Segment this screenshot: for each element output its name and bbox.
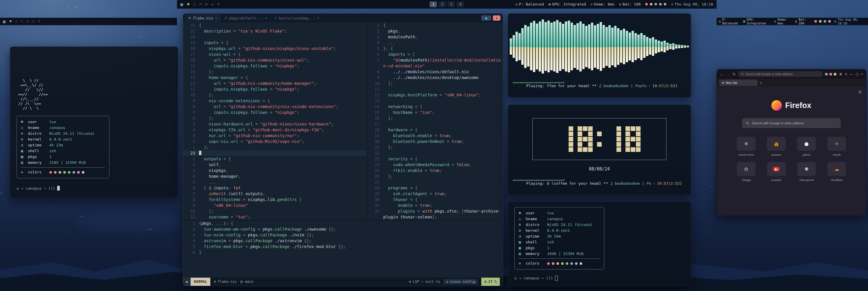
tab-pkgs-default[interactable]: ❄ pkgs/default... ×: [221, 13, 271, 22]
tray-icon[interactable]: [645, 3, 648, 5]
workspace-button-3[interactable]: 3: [447, 1, 455, 7]
line-number: 6: [367, 51, 383, 57]
star: [180, 147, 181, 148]
tray-icon[interactable]: [814, 20, 817, 23]
search-icon: [741, 72, 744, 76]
app-launcher-icon[interactable]: ▦: [3, 19, 5, 24]
tray-icon[interactable]: [664, 3, 666, 5]
visualizer-bar: [626, 17, 628, 77]
tab-close-icon[interactable]: ×: [265, 16, 267, 20]
tag-icon[interactable]: ⚙: [27, 20, 29, 23]
back-button[interactable]: ←: [720, 72, 723, 77]
fetch-label: shell: [28, 148, 49, 154]
tag-icon[interactable]: ↯: [38, 20, 40, 23]
url-bar[interactable]: Search with Google or enter address: [738, 71, 823, 77]
code-line: n-cd-minimal.nix": [367, 63, 503, 69]
shortcut-tile-chat.openai[interactable]: ❋chat.openai: [796, 162, 817, 181]
tab-hosts-isoimage[interactable]: ❄ hosts/isoImag... ×: [271, 13, 323, 22]
shortcut-label: claude: [833, 153, 841, 156]
fetch-row: ⚙kernel6.9.8-zen1: [21, 137, 105, 142]
minimize-button[interactable]: —: [850, 72, 853, 76]
workspace-button-1[interactable]: 1: [430, 1, 437, 7]
reload-button[interactable]: ↻: [733, 72, 736, 77]
tray-icon[interactable]: [828, 20, 831, 23]
app-launcher-icon[interactable]: ▦: [181, 2, 183, 7]
forward-button[interactable]: →: [726, 72, 730, 77]
search-placeholder: Search with Google or enter address: [752, 121, 804, 125]
newtab-search-bar[interactable]: Search with Google or enter address: [742, 118, 841, 128]
workspace-button-2[interactable]: 2: [439, 1, 446, 7]
extensions-icon[interactable]: ❖: [839, 72, 842, 77]
gear-icon[interactable]: ⚙: [858, 90, 862, 94]
tag-icon[interactable]: ⌨: [199, 2, 202, 6]
code-line: 5 ...: [183, 179, 367, 185]
shortcut-tile-amazon[interactable]: aamazon: [766, 137, 787, 156]
code-line: 10 ];: [183, 208, 367, 214]
fetch-label: colors: [526, 261, 547, 266]
tray-icon[interactable]: [650, 3, 652, 5]
tab-close-icon[interactable]: ×: [215, 16, 217, 20]
visualizer-bar: [553, 17, 556, 77]
statusline-lsp: ⚙ LSP ~ null-ls: [409, 280, 440, 284]
tag-icon[interactable]: ♫: [16, 20, 18, 23]
star: [326, 11, 326, 11]
fetch-terminal-window[interactable]: ☻usertux⌂hnamecanopus❄distroNixOS 24.11 …: [508, 202, 691, 286]
tag-icon[interactable]: ☻: [9, 20, 11, 23]
editor-pane-iso[interactable]: 1{2 pkgs,3 modulesPath,4 ...5}: {6 impor…: [367, 22, 503, 220]
tag-icon[interactable]: ♫: [193, 2, 195, 6]
line-number: 19: [367, 133, 383, 139]
visualizer-bar: [663, 17, 666, 77]
shell-prompt[interactable]: ⌂ → canopus ~ ))): [17, 186, 172, 191]
fetch-colors-row: ❖colors: [21, 169, 105, 175]
star: [50, 207, 50, 208]
memory-icon: ▤: [21, 160, 28, 166]
tray-icon[interactable]: [819, 20, 822, 23]
tag-icon[interactable]: ⚙: [206, 2, 208, 6]
tab-close-icon[interactable]: ×: [317, 16, 319, 20]
terminal-color-dot: [566, 262, 568, 265]
visualizer-bar: [597, 17, 599, 77]
star: [76, 7, 77, 8]
code-line: 11 inputs.nixpkgs.follows = "nixpkgs";: [183, 86, 367, 92]
extension-icon[interactable]: [825, 73, 828, 76]
statusline-filename: ❄ flake.nix: [214, 280, 237, 284]
tag-icon[interactable]: ☻: [187, 2, 189, 6]
new-tab-button[interactable]: +: [760, 81, 762, 85]
code-line: 21 description = "tux's NixOS Flake";: [183, 28, 367, 34]
fetch-row: ▦pkgs1: [21, 154, 105, 160]
tag-icon[interactable]: ↯: [217, 2, 220, 6]
shortcut-tile-youtube[interactable]: ▶youtube: [766, 162, 787, 181]
extension-icon[interactable]: [834, 73, 836, 76]
shortcut-tile-search.nixos[interactable]: ❄search.nixos: [736, 137, 756, 156]
workspace-button-4[interactable]: 4: [457, 1, 464, 7]
tray-icon[interactable]: [824, 20, 826, 23]
editor-pane-flake[interactable]: 22{21 description = "tux's NixOS Flake";…: [183, 22, 367, 220]
shortcut-tile-cloudflare[interactable]: ☁cloudflare: [826, 162, 847, 181]
close-button[interactable]: ×: [861, 72, 863, 76]
menu-icon[interactable]: ≡: [845, 72, 847, 77]
visualizer-bar: [629, 17, 631, 77]
line-number: 27: [367, 179, 383, 185]
shortcut-tile-github[interactable]: ●github: [796, 137, 817, 156]
terminal-color-dot: [63, 171, 66, 174]
tag-icon[interactable]: ✉: [32, 20, 34, 23]
tag-icon[interactable]: ✉: [211, 2, 214, 6]
shortcut-tile-claude[interactable]: ✳claude: [826, 137, 847, 156]
tab-flake-nix[interactable]: ❄ flake.nix ×: [185, 13, 221, 22]
shortcut-tile-chatgpt[interactable]: ✿chatgpt: [736, 162, 756, 181]
shell-prompt[interactable]: ⌂ → canopus ~ ))): [514, 275, 558, 281]
fetch-row: ▦pkgs1: [519, 245, 600, 251]
maximize-button[interactable]: ▢: [856, 72, 859, 76]
tray-icon[interactable]: [654, 3, 657, 5]
close-buffer-button[interactable]: ×: [493, 16, 500, 21]
buffer-picker-button[interactable]: ◉: [481, 16, 491, 21]
tag-icon[interactable]: ⌨: [21, 20, 23, 23]
tray-icon[interactable]: [659, 3, 662, 5]
visualizer-bar: [565, 17, 567, 77]
terminal-window[interactable]: \ \ // ==\__\/ // // \// ==// //== //\__…: [10, 47, 178, 198]
code-line: 31 enable = true;: [367, 202, 503, 208]
editor-pane-default[interactable]: 1{pkgs, ...}: {2 tux-awesome-wm-config =…: [183, 220, 503, 278]
fetch-label: user: [526, 210, 547, 216]
tab-new-tab[interactable]: New Tab: [719, 80, 757, 86]
extension-icon[interactable]: [829, 73, 832, 76]
